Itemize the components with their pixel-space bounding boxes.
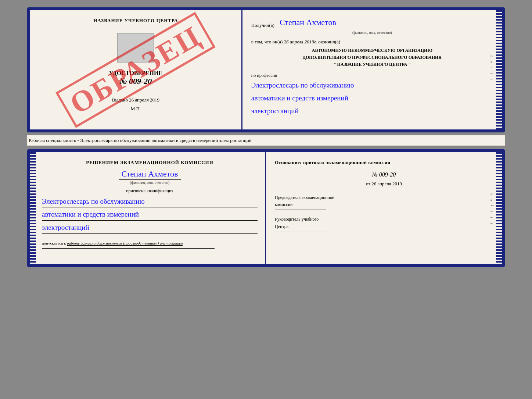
photo-placeholder: [117, 33, 154, 63]
fio-label-bottom: (фамилия, имя, отчество): [42, 181, 258, 185]
in-that-line: в том, что он(а) 26 апреля 2019г. окончи…: [251, 39, 493, 45]
institution-line3: " НАЗВАНИЕ УЧЕБНОГО ЦЕНТРА ": [251, 61, 493, 68]
received-prefix: Получил(а): [251, 22, 274, 28]
fio-label-top: (фамилия, имя, отчество): [251, 31, 493, 35]
qualification-line2: автоматики и средств измерений: [42, 209, 258, 220]
basis-title: Основание: протокол экзаменационной коми…: [275, 160, 493, 165]
protocol-date-value: 26 апреля 2019: [371, 181, 402, 186]
profession-line1: Электрослесарь по обслуживанию: [251, 80, 493, 91]
top-booklet: НАЗВАНИЕ УЧЕБНОГО ЦЕНТРА УДОСТОВЕРЕНИЕ №…: [27, 7, 505, 132]
received-name: Степан Ахметов: [277, 18, 339, 28]
institution-line2: ДОПОЛНИТЕЛЬНОГО ПРОФЕССИОНАЛЬНОГО ОБРАЗО…: [251, 54, 493, 61]
institution-block: АВТОНОМНУЮ НЕКОММЕРЧЕСКУЮ ОРГАНИЗАЦИЮ ДО…: [251, 47, 493, 68]
chairman-block: Председатель экзаменационной комиссии: [275, 194, 493, 210]
chairman-sig-line: [275, 210, 326, 210]
allowed-prefix: допускается к: [42, 241, 66, 245]
finished: окончил(а): [318, 39, 340, 44]
in-that: в том, что он(а): [251, 39, 283, 44]
decision-title: Решением экзаменационной комиссии: [42, 160, 258, 165]
profession-label: по профессии: [251, 73, 493, 78]
institution-line1: АВТОНОМНУЮ НЕКОММЕРЧЕСКУЮ ОРГАНИЗАЦИЮ: [251, 47, 493, 54]
signature-line-left: [42, 248, 215, 249]
bottom-booklet-right: Основание: протокол экзаменационной коми…: [266, 152, 502, 264]
allowed-text: работе согласно должностным (производств…: [67, 241, 183, 246]
chairman-label-line1: Председатель экзаменационной: [275, 194, 493, 201]
protocol-date: от 26 апреля 2019: [275, 181, 493, 187]
qualification-line1: Электрослесарь по обслуживанию: [42, 196, 258, 207]
head-block: Руководитель учебного Центра: [275, 216, 493, 232]
dash1: –: [490, 22, 493, 28]
profession-line3: электростанций: [251, 106, 493, 117]
specialty-label: Рабочая специальность - Электрослесарь п…: [27, 135, 505, 146]
allowed-text-block: допускается к работе согласно должностны…: [42, 241, 258, 245]
institution-title: НАЗВАНИЕ УЧЕБНОГО ЦЕНТРА: [93, 18, 178, 24]
person-name: Степан Ахметов: [119, 169, 181, 180]
head-label-line1: Руководитель учебного: [275, 216, 493, 223]
decision-name: Степан Ахметов: [42, 169, 258, 180]
profession-line2: автоматики и средств измерений: [251, 93, 493, 104]
top-booklet-left: НАЗВАНИЕ УЧЕБНОГО ЦЕНТРА УДОСТОВЕРЕНИЕ №…: [30, 10, 242, 129]
document-container: НАЗВАНИЕ УЧЕБНОГО ЦЕНТРА УДОСТОВЕРЕНИЕ №…: [27, 7, 505, 267]
qualification-assigned: присвоена квалификация: [42, 188, 258, 194]
bottom-booklet: Решением экзаменационной комиссии Степан…: [27, 149, 505, 267]
chairman-label-line2: комиссии: [275, 201, 493, 208]
head-sig-line: [275, 232, 326, 232]
qualification-line3: электростанций: [42, 222, 258, 234]
cert-number: № 009-20: [119, 76, 152, 86]
side-marks-bottom: и а ← – – –: [490, 191, 495, 225]
side-marks-top: и а ← – – –: [490, 53, 495, 87]
protocol-number: № 009-20: [275, 171, 493, 178]
date-value: 26 апреля 2019г.: [284, 39, 317, 44]
head-label-line2: Центра: [275, 223, 493, 230]
mp-label: М.П.: [131, 106, 141, 112]
issued-date: 26 апреля 2019: [129, 97, 159, 103]
top-booklet-right: Получил(а) Степан Ахметов – (фамилия, им…: [242, 10, 502, 129]
bottom-booklet-left: Решением экзаменационной комиссии Степан…: [30, 152, 266, 264]
received-line: Получил(а) Степан Ахметов –: [251, 18, 493, 28]
issued-label: Выдано: [112, 97, 128, 103]
cert-type: УДОСТОВЕРЕНИЕ: [109, 70, 163, 76]
protocol-date-prefix: от: [366, 181, 370, 186]
cert-issued: Выдано 26 апреля 2019: [112, 97, 159, 103]
